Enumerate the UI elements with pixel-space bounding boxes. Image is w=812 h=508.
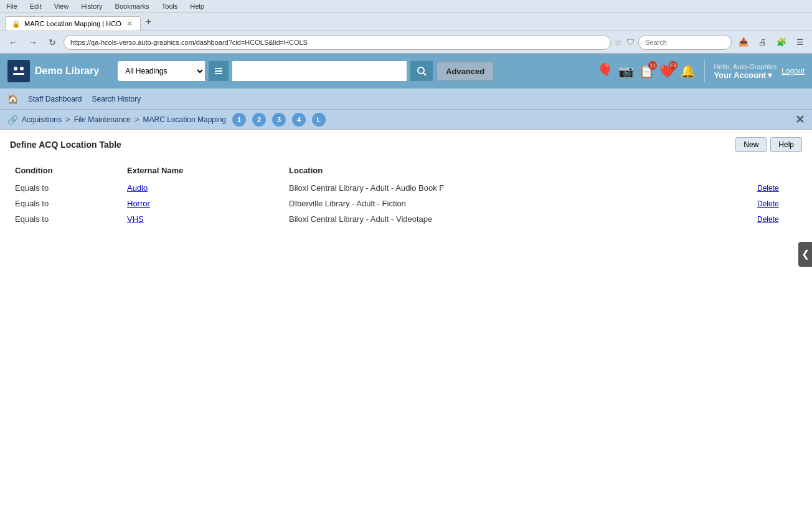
- step-4-pill[interactable]: 4: [292, 113, 306, 127]
- menu-tools[interactable]: Tools: [156, 1, 184, 11]
- col-actions: [752, 162, 802, 180]
- account-area: Hello, Auto-Graphics Your Account ▾: [714, 63, 777, 80]
- headings-select[interactable]: All Headings: [118, 61, 205, 81]
- balloon-icon-button[interactable]: 🎈: [597, 63, 613, 79]
- menu-edit[interactable]: Edit: [24, 1, 48, 11]
- location-cell-1: Biloxi Central Library - Adult - Audio B…: [284, 180, 752, 196]
- search-history-link[interactable]: Search History: [92, 95, 141, 103]
- new-button[interactable]: New: [735, 137, 767, 152]
- menu-history[interactable]: History: [75, 1, 108, 11]
- delete-link-3[interactable]: Delete: [757, 215, 779, 224]
- col-location: Location: [284, 162, 752, 180]
- condition-cell-3: Equals to: [10, 211, 122, 227]
- breadcrumb-icon: 🔗: [7, 115, 18, 125]
- svg-point-7: [418, 67, 424, 74]
- ext-icon[interactable]: 🧩: [773, 36, 790, 48]
- menu-bookmarks[interactable]: Bookmarks: [109, 1, 156, 11]
- location-cell-2: DIberville Library - Adult - Fiction: [284, 196, 752, 211]
- breadcrumb-acquisitions[interactable]: Acquisitions: [22, 115, 62, 124]
- external-name-link-3[interactable]: VHS: [127, 214, 144, 224]
- bookmark-icon[interactable]: ☆: [615, 37, 623, 47]
- condition-cell-2: Equals to: [10, 196, 122, 211]
- reload-button[interactable]: ↻: [45, 36, 60, 49]
- col-condition: Condition: [10, 162, 122, 180]
- heart-icon-button[interactable]: ❤️ F9: [659, 64, 675, 79]
- search-icon-btn[interactable]: [209, 61, 229, 81]
- print-icon[interactable]: 🖨: [755, 36, 770, 48]
- condition-cell-1: Equals to: [10, 180, 122, 196]
- list-badge: 11: [648, 61, 657, 70]
- forward-button[interactable]: →: [25, 36, 41, 49]
- step-l-pill[interactable]: L: [312, 113, 326, 127]
- header-buttons: New Help: [735, 137, 802, 152]
- external-name-cell-2[interactable]: Horror: [122, 196, 284, 211]
- bell-icon-button[interactable]: 🔔: [680, 64, 696, 79]
- browser-search-input[interactable]: [638, 35, 732, 50]
- external-name-cell-1[interactable]: Audio: [122, 180, 284, 196]
- account-button[interactable]: Your Account ▾: [714, 70, 772, 80]
- location-cell-3: Biloxi Central Library - Adult - Videota…: [284, 211, 752, 227]
- svg-point-2: [20, 67, 24, 70]
- delete-link-2[interactable]: Delete: [757, 199, 779, 208]
- external-name-link-2[interactable]: Horror: [127, 199, 150, 208]
- menu-icon[interactable]: ☰: [793, 36, 807, 48]
- delete-cell-1[interactable]: Delete: [752, 180, 802, 196]
- help-button[interactable]: Help: [770, 137, 802, 152]
- step-3-pill[interactable]: 3: [272, 113, 286, 127]
- tab-bar: 🔒 MARC Location Mapping | HCO ✕ +: [0, 12, 812, 31]
- new-tab-button[interactable]: +: [141, 16, 156, 27]
- location-table: Condition External Name Location Equals …: [10, 162, 802, 227]
- logo-area: Demo Library: [7, 60, 99, 82]
- shield-icon: 🛡: [626, 37, 635, 47]
- account-label: Your Account: [714, 70, 766, 80]
- search-text-input[interactable]: [232, 61, 407, 81]
- nav-bar: 🏠 Staff Dashboard Search History: [0, 89, 812, 110]
- home-icon: 🏠: [7, 94, 18, 104]
- app-logo: [7, 60, 30, 82]
- col-external-name: External Name: [122, 162, 284, 180]
- search-bar-area: All Headings Advanced: [118, 61, 590, 81]
- page-title: Define ACQ Location Table: [10, 140, 121, 150]
- tab-close-button[interactable]: ✕: [125, 19, 134, 28]
- browser-toolbar: ← → ↻ ☆ 🛡 📥 🖨 🧩 ☰: [0, 31, 812, 54]
- camera-icon-button[interactable]: 📷: [618, 64, 634, 79]
- menu-view[interactable]: View: [48, 1, 75, 11]
- list-icon-button[interactable]: 📋 11: [639, 64, 654, 79]
- browser-tab-active[interactable]: 🔒 MARC Location Mapping | HCO ✕: [5, 16, 141, 31]
- breadcrumb-marc-location[interactable]: MARC Location Mapping: [143, 115, 226, 124]
- hello-text: Hello, Auto-Graphics: [714, 63, 777, 70]
- tab-title: MARC Location Mapping | HCO: [24, 20, 121, 27]
- table-row: Equals to Audio Biloxi Central Library -…: [10, 180, 802, 196]
- back-button[interactable]: ←: [5, 36, 21, 49]
- svg-rect-0: [11, 64, 26, 79]
- breadcrumb-close-button[interactable]: ✕: [795, 113, 805, 127]
- staff-dashboard-link[interactable]: Staff Dashboard: [28, 95, 82, 103]
- pocket-icon[interactable]: 📥: [735, 36, 752, 48]
- search-go-button[interactable]: [410, 61, 433, 81]
- menu-help[interactable]: Help: [184, 1, 210, 11]
- logout-button[interactable]: Logout: [781, 67, 805, 75]
- sidebar-toggle-button[interactable]: ❮: [798, 242, 812, 267]
- heart-badge: F9: [669, 61, 678, 70]
- step-1-pill[interactable]: 1: [232, 113, 246, 127]
- breadcrumb-file-maintenance[interactable]: File Maintenance: [74, 115, 131, 124]
- svg-rect-3: [13, 73, 24, 75]
- delete-link-1[interactable]: Delete: [757, 184, 779, 193]
- advanced-search-button[interactable]: Advanced: [437, 61, 494, 81]
- table-row: Equals to VHS Biloxi Central Library - A…: [10, 211, 802, 227]
- step-2-pill[interactable]: 2: [252, 113, 266, 127]
- breadcrumb-bar: 🔗 Acquisitions > File Maintenance > MARC…: [0, 110, 812, 130]
- delete-cell-2[interactable]: Delete: [752, 196, 802, 211]
- external-name-cell-3[interactable]: VHS: [122, 211, 284, 227]
- table-row: Equals to Horror DIberville Library - Ad…: [10, 196, 802, 211]
- account-chevron-icon: ▾: [768, 70, 772, 80]
- menu-file[interactable]: File: [0, 1, 24, 11]
- external-name-link-1[interactable]: Audio: [127, 183, 148, 193]
- header-icons: 🎈 📷 📋 11 ❤️ F9 🔔 Hello, Auto-Graphics Yo…: [597, 60, 805, 82]
- page-header-row: Define ACQ Location Table New Help: [10, 137, 802, 152]
- content-area: Define ACQ Location Table New Help Condi…: [0, 130, 812, 441]
- delete-cell-3[interactable]: Delete: [752, 211, 802, 227]
- breadcrumb-sep-2: >: [135, 115, 139, 124]
- address-bar[interactable]: [64, 35, 611, 50]
- svg-point-1: [14, 67, 17, 70]
